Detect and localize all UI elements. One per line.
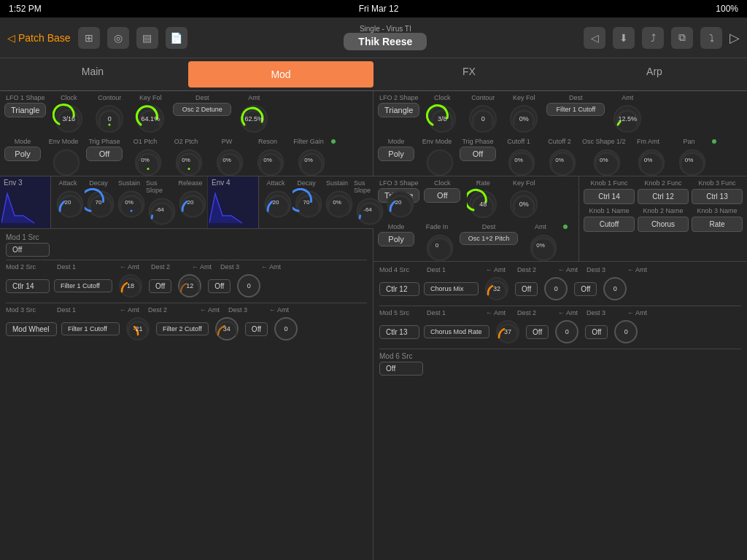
env4-susslope-knob[interactable]: -64 — [354, 195, 382, 223]
tab-mod[interactable]: Mod — [188, 61, 374, 88]
lfo2-trigphase-btn[interactable]: Off — [460, 147, 496, 161]
tab-main[interactable]: Main — [0, 58, 185, 90]
mod2-src-btn[interactable]: Ctlr 14 — [6, 279, 50, 293]
mod4-amt2-dial[interactable]: 0 — [542, 275, 570, 303]
tab-fx[interactable]: FX — [376, 58, 562, 90]
lfo3-fadein-knob[interactable]: 0 — [424, 232, 450, 258]
knob3-name-label: Knob 3 Name — [697, 207, 737, 214]
mod3-amt2-dial[interactable]: 34 — [213, 315, 241, 343]
mod3-dest2-btn[interactable]: Filter 2 Cutoff — [156, 322, 209, 335]
env3-decay-knob[interactable]: 70 — [85, 188, 112, 216]
knob1-name-btn[interactable]: Cutoff — [584, 217, 635, 232]
lfo2-pan-knob[interactable]: 0% — [676, 147, 703, 173]
env4-release-knob[interactable]: 20 — [384, 188, 412, 216]
lfo1-keyfol-knob[interactable]: 64.1% — [134, 103, 166, 135]
mod6-src-btn[interactable]: Off — [379, 362, 423, 376]
nav-share-icon[interactable]: ⤴ — [642, 27, 664, 49]
lfo3-clock-btn[interactable]: Off — [424, 188, 460, 203]
lfo2-cutoff1-knob[interactable]: 0% — [506, 147, 532, 173]
lfo2-cutoff2-knob[interactable]: 0% — [546, 147, 573, 173]
lfo3-keyfol-knob[interactable]: 0% — [508, 188, 540, 220]
knob3-name-col: Knob 3 Name Rate — [692, 207, 743, 232]
mod3-src-btn[interactable]: Mod Wheel — [6, 322, 57, 336]
patch-name[interactable]: Thik Reese — [344, 33, 427, 50]
knob2-name-btn[interactable]: Chorus — [638, 217, 689, 232]
lfo2-fmamt-knob[interactable]: 0% — [635, 147, 662, 173]
lfo2-amt-knob[interactable]: 12.5% — [611, 103, 643, 135]
keyboard-icon[interactable]: ▤ — [136, 27, 158, 49]
lfo3-amt-knob[interactable]: 0% — [527, 232, 554, 258]
lfo1-o1ptch-knob[interactable]: 0% — [132, 147, 158, 173]
knob1-func-btn[interactable]: Ctrl 14 — [584, 189, 635, 204]
lfo1-shape-btn[interactable]: Triangle — [4, 103, 46, 117]
mod5-dest3-btn[interactable]: Off — [585, 325, 608, 339]
mod4-amt1-dial[interactable]: 32 — [483, 275, 511, 303]
mod4-src-btn[interactable]: Ctlr 12 — [379, 282, 419, 296]
env4-decay-knob[interactable]: 70 — [293, 188, 320, 216]
mod3-dest3-btn[interactable]: Off — [245, 322, 268, 336]
knob3-name-btn[interactable]: Rate — [692, 217, 743, 232]
mod3-dest1-btn[interactable]: Filter 1 Cutoff — [61, 322, 120, 335]
circle-icon[interactable]: ◎ — [107, 27, 129, 49]
lfo2-keyfol-knob[interactable]: 0% — [508, 103, 540, 135]
lfo3-dest-btn[interactable]: Osc 1+2 Pitch — [460, 232, 518, 245]
lfo2-shape-btn[interactable]: Triangle — [378, 103, 419, 117]
mod2-dest1-btn[interactable]: Filter 1 Cutoff — [54, 279, 112, 292]
mod5-dest2-btn[interactable]: Off — [526, 325, 549, 339]
mod4-dest3-btn[interactable]: Off — [574, 282, 597, 296]
lfo2-oscshape-knob[interactable]: 0% — [591, 147, 617, 173]
lfo2-contour-knob[interactable]: 0 — [467, 103, 499, 135]
mod5-amt3-dial[interactable]: 0 — [612, 318, 640, 346]
lfo1-clock-knob[interactable]: 3/16 — [53, 103, 85, 135]
mod4-dest1-btn[interactable]: Chorus Mix — [424, 282, 479, 295]
env4-attack-knob[interactable]: 20 — [262, 188, 290, 216]
lfo2-mode-btn[interactable]: Poly — [378, 147, 414, 161]
env3-susslope-knob[interactable]: -64 — [146, 195, 174, 223]
lfo1-dest-btn[interactable]: Osc 2 Detune — [173, 103, 231, 116]
lfo1-o2ptch-knob[interactable]: 0% — [173, 147, 199, 173]
squares-icon[interactable]: ⊞ — [78, 27, 100, 49]
env4-sustain-knob[interactable]: 0% — [323, 188, 351, 216]
mod4-amt3-dial[interactable]: 0 — [601, 275, 629, 303]
lfo2-clock-knob[interactable]: 3/8 — [426, 103, 458, 135]
env3-sustain-knob[interactable]: 0% — [115, 188, 143, 216]
lfo1-mode-btn[interactable]: Poly — [4, 147, 41, 161]
nav-download-icon[interactable]: ⬇ — [613, 27, 635, 49]
lfo3-mode-btn[interactable]: Poly — [378, 232, 414, 246]
nav-prev-icon[interactable]: ◁ — [584, 27, 605, 49]
doc-icon[interactable]: 📄 — [166, 27, 187, 49]
env3-attack-knob[interactable]: 20 — [54, 188, 82, 216]
knob2-func-btn[interactable]: Ctrl 12 — [638, 189, 689, 204]
back-button[interactable]: ◁ Patch Base — [7, 32, 71, 44]
lfo1-reson-knob[interactable]: 0% — [255, 147, 281, 173]
nav-export-icon[interactable]: ⤵ — [700, 27, 722, 49]
mod5-amt2-dial[interactable]: 0 — [553, 318, 581, 346]
mod5-amt1-dial[interactable]: 37 — [494, 318, 522, 346]
lfo2-clock-label: Clock — [434, 94, 451, 101]
mod2-amt3-dial[interactable]: 0 — [235, 272, 263, 300]
mod5-src-btn[interactable]: Ctlr 13 — [379, 325, 419, 339]
lfo1-pw-knob[interactable]: 0% — [214, 147, 240, 173]
lfo1-amt-knob[interactable]: 62.5% — [238, 103, 270, 135]
mod2-amt2-dial[interactable]: 12 — [176, 272, 204, 300]
lfo2-dest-btn[interactable]: Filter 1 Cutoff — [546, 103, 605, 116]
lfo3-rate-knob[interactable]: 48 — [467, 188, 499, 220]
mod2-dest2-btn[interactable]: Off — [149, 279, 171, 293]
mod2-dest3-btn[interactable]: Off — [208, 279, 231, 293]
mod3-amt3-dial[interactable]: 0 — [272, 315, 300, 343]
lfo2-envmode-knob[interactable] — [424, 147, 450, 173]
tab-arp[interactable]: Arp — [562, 58, 747, 90]
mod3-amt1-dial[interactable]: -21 — [124, 315, 152, 343]
lfo1-trigphase-btn[interactable]: Off — [86, 147, 123, 161]
lfo1-filtergain-knob[interactable]: 0% — [295, 147, 322, 173]
mod5-dest1-btn[interactable]: Chorus Mod Rate — [424, 325, 489, 338]
mod4-dest2-btn[interactable]: Off — [515, 282, 538, 296]
lfo1-contour-knob[interactable]: 0 — [93, 103, 125, 135]
knob3-func-btn[interactable]: Ctrl 13 — [692, 189, 743, 204]
lfo1-envmode-knob[interactable] — [50, 147, 77, 173]
nav-copy-icon[interactable]: ⧉ — [671, 27, 693, 49]
mod1-src-btn[interactable]: Off — [6, 243, 50, 257]
mod2-amt1-dial[interactable]: 18 — [117, 272, 144, 300]
env3-release-knob[interactable]: 20 — [177, 188, 204, 216]
nav-next-arrow[interactable]: ▷ — [729, 30, 740, 46]
